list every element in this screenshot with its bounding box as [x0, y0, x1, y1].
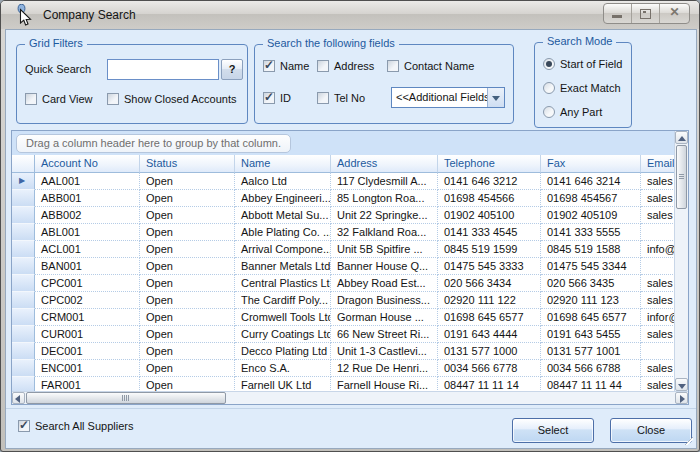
table-row[interactable]: DEC001OpenDecco Plating LtdUnit 1-3 Cast…	[12, 343, 674, 360]
radio-label: Any Part	[560, 106, 602, 118]
group-by-bar[interactable]: Drag a column header here to group by th…	[12, 131, 674, 155]
scroll-right-button[interactable]	[675, 392, 688, 404]
cell: ABB002	[35, 207, 140, 224]
close-dialog-button[interactable]: Close	[610, 418, 692, 443]
radio-any-part[interactable]: Any Part	[543, 105, 602, 119]
resize-grip[interactable]	[684, 436, 693, 445]
close-icon: ✕	[660, 5, 689, 19]
table-row[interactable]: CRM001OpenCromwell Tools LtdGorman House…	[12, 309, 674, 326]
additional-fields-value: <<Additional Fields>>	[392, 88, 487, 107]
table-row[interactable]: ▶AAL001OpenAalco Ltd117 Clydesmill A...0…	[12, 173, 674, 190]
show-closed-accounts-checkbox[interactable]: Show Closed Accounts	[107, 92, 237, 106]
table-row[interactable]: ABL001OpenAble Plating Co. ...32 Falklan…	[12, 224, 674, 241]
cell: Open	[140, 309, 235, 326]
company-grid: Drag a column header here to group by th…	[11, 130, 689, 405]
radio-label: Exact Match	[560, 82, 621, 94]
table-row[interactable]: FAR001OpenFarnell UK LtdFarnell House Ri…	[12, 377, 674, 391]
tel-no-checkbox[interactable]: Tel No	[317, 91, 365, 105]
cell: 08447 11 11 44	[541, 377, 641, 391]
table-row[interactable]: ABB001OpenAbbey Engineeri...85 Longton R…	[12, 190, 674, 207]
cell: Dragon Business...	[331, 292, 438, 309]
cell: ABL001	[35, 224, 140, 241]
checkbox-label: ID	[280, 92, 291, 104]
row-indicator	[12, 326, 35, 343]
vertical-scrollbar[interactable]	[674, 131, 688, 391]
cell: Open	[140, 224, 235, 241]
column-header[interactable]: Status	[140, 155, 235, 173]
table-row[interactable]: CPC001OpenCentral Plastics LtdAbbey Road…	[12, 275, 674, 292]
cell: CPC001	[35, 275, 140, 292]
cell: sales	[641, 173, 674, 190]
cell: Able Plating Co. ...	[235, 224, 331, 241]
cell: 01902 405100	[438, 207, 541, 224]
table-row[interactable]: ENC001OpenEnco S.A.12 Rue De Henri...003…	[12, 360, 674, 377]
checkbox-box	[387, 60, 399, 72]
radio-circle	[543, 106, 555, 118]
table-row[interactable]: ABB002OpenAbbott Metal Su...Unit 22 Spri…	[12, 207, 674, 224]
search-all-suppliers-checkbox[interactable]: Search All Suppliers	[18, 419, 133, 433]
column-header[interactable]: Account No	[35, 155, 140, 173]
cell: ENC001	[35, 360, 140, 377]
maximize-button[interactable]	[632, 4, 660, 23]
row-indicator	[12, 292, 35, 309]
cell	[641, 343, 674, 360]
grid-filters-groupbox: Grid Filters Quick Search ? Card View Sh…	[16, 44, 248, 124]
scroll-down-button[interactable]	[675, 378, 688, 391]
cell: CUR001	[35, 326, 140, 343]
row-indicator	[12, 258, 35, 275]
quick-search-help-button[interactable]: ?	[221, 59, 243, 80]
quick-search-input[interactable]	[107, 59, 219, 80]
search-fields-legend: Search the following fields	[263, 37, 399, 49]
table-row[interactable]: CPC002OpenThe Cardiff Poly...Dragon Busi…	[12, 292, 674, 309]
cell: sales	[641, 275, 674, 292]
table-row[interactable]: ACL001OpenArrival Compone...Unit 5B Spit…	[12, 241, 674, 258]
cell: 01475 545 3333	[438, 258, 541, 275]
cell: FAR001	[35, 377, 140, 391]
table-row[interactable]: BAN001OpenBanner Metals LtdBanner House …	[12, 258, 674, 275]
cell: ABB001	[35, 190, 140, 207]
id-checkbox[interactable]: ID	[263, 91, 291, 105]
column-header[interactable]: Address	[331, 155, 438, 173]
card-view-checkbox[interactable]: Card View	[25, 92, 93, 106]
additional-fields-dropdown[interactable]: <<Additional Fields>>	[391, 87, 505, 108]
cell: Cromwell Tools Ltd	[235, 309, 331, 326]
radio-circle	[543, 82, 555, 94]
window-title: Company Search	[43, 1, 136, 29]
horizontal-scrollbar[interactable]	[12, 391, 688, 404]
column-header[interactable]: Email	[641, 155, 674, 173]
contact-name-checkbox[interactable]: Contact Name	[387, 59, 474, 73]
cell: 020 566 3434	[438, 275, 541, 292]
cell: 0141 333 5555	[541, 224, 641, 241]
cell: Gorman House ...	[331, 309, 438, 326]
column-header[interactable]: Telephone	[438, 155, 541, 173]
scroll-left-button[interactable]	[12, 392, 25, 404]
cell: 01698 454567	[541, 190, 641, 207]
column-header[interactable]: Name	[235, 155, 331, 173]
select-button[interactable]: Select	[512, 418, 594, 443]
column-header[interactable]: Fax	[541, 155, 641, 173]
vertical-scroll-thumb[interactable]	[676, 145, 687, 209]
radio-exact-match[interactable]: Exact Match	[543, 81, 621, 95]
checkbox-label: Card View	[42, 93, 93, 105]
cell: 12 Rue De Henri...	[331, 360, 438, 377]
cell: 0191 643 5455	[541, 326, 641, 343]
title-bar[interactable]: Company Search ✕	[1, 1, 699, 29]
row-indicator	[12, 360, 35, 377]
scroll-up-button[interactable]	[675, 131, 688, 144]
checkbox-box	[18, 420, 30, 432]
horizontal-scroll-thumb[interactable]	[26, 392, 226, 404]
radio-start-of-field[interactable]: Start of Field	[543, 57, 622, 71]
cell: Central Plastics Ltd	[235, 275, 331, 292]
grid-header-row: Account NoStatusNameAddressTelephoneFaxE…	[12, 155, 674, 173]
grid-body: ▶AAL001OpenAalco Ltd117 Clydesmill A...0…	[12, 173, 674, 391]
cell: Enco S.A.	[235, 360, 331, 377]
minimize-icon	[612, 15, 622, 18]
table-row[interactable]: CUR001OpenCurry Coatings Ltd66 New Stree…	[12, 326, 674, 343]
chevron-down-icon[interactable]	[487, 88, 504, 107]
checkbox-label: Address	[334, 60, 374, 72]
footer-divider	[6, 408, 696, 409]
minimize-button[interactable]	[604, 4, 632, 23]
name-checkbox[interactable]: Name	[263, 59, 309, 73]
close-button[interactable]: ✕	[660, 4, 689, 23]
address-checkbox[interactable]: Address	[317, 59, 374, 73]
